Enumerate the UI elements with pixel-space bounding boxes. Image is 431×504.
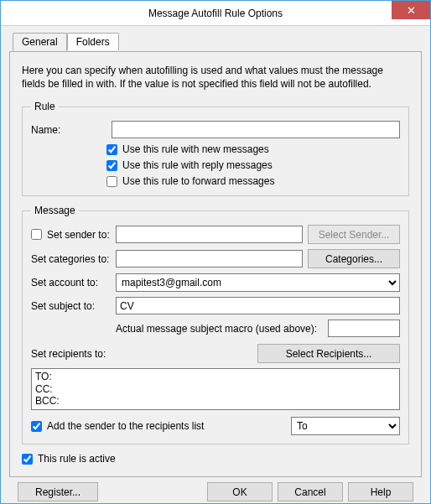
- use-reply-messages-checkbox[interactable]: [106, 160, 117, 171]
- tab-page-general: Here you can specify when autofilling is…: [9, 51, 422, 477]
- tab-strip: GeneralFolders: [13, 33, 422, 51]
- name-input[interactable]: [112, 121, 400, 138]
- set-sender-label: Set sender to:: [47, 229, 110, 241]
- client-area: GeneralFolders Here you can specify when…: [1, 26, 430, 504]
- add-sender-checkbox[interactable]: [31, 421, 42, 432]
- tab-general[interactable]: General: [13, 33, 67, 51]
- set-subject-input[interactable]: [116, 297, 400, 314]
- tab-folders[interactable]: Folders: [67, 33, 119, 50]
- cancel-button[interactable]: Cancel: [278, 482, 343, 501]
- rule-group: Rule Name: Use this rule with new messag…: [22, 101, 409, 196]
- set-account-select[interactable]: mapitest3@gmail.com: [116, 273, 400, 292]
- use-new-messages-checkbox[interactable]: [106, 144, 117, 155]
- message-legend: Message: [31, 205, 79, 216]
- message-group: Message Set sender to: Select Sender... …: [22, 205, 409, 444]
- add-sender-label: Add the sender to the recipients list: [47, 420, 204, 432]
- titlebar: Message Autofill Rule Options ✕: [1, 1, 430, 26]
- categories-button[interactable]: Categories...: [308, 249, 400, 268]
- use-forward-messages-label: Use this rule to forward messages: [122, 175, 274, 187]
- set-recipients-label: Set recipients to:: [31, 348, 252, 360]
- set-categories-input[interactable]: [116, 250, 303, 268]
- dialog-window: Message Autofill Rule Options ✕ GeneralF…: [0, 0, 431, 504]
- set-sender-checkbox[interactable]: [31, 229, 42, 240]
- ok-button[interactable]: OK: [207, 482, 273, 501]
- use-new-messages-label: Use this rule with new messages: [122, 143, 269, 155]
- add-sender-mode-select[interactable]: To: [291, 417, 400, 435]
- register-button[interactable]: Register...: [18, 482, 98, 501]
- rule-active-checkbox[interactable]: [22, 454, 33, 465]
- macro-label: Actual message subject macro (used above…: [116, 323, 323, 335]
- close-icon[interactable]: ✕: [392, 1, 430, 19]
- select-sender-button[interactable]: Select Sender...: [308, 225, 400, 244]
- help-button[interactable]: Help: [348, 482, 413, 501]
- bottom-button-bar: Register... OK Cancel Help: [9, 477, 422, 501]
- macro-input[interactable]: [328, 320, 400, 337]
- set-subject-label: Set subject to:: [31, 300, 111, 312]
- rule-legend: Rule: [31, 101, 59, 112]
- intro-text: Here you can specify when autofilling is…: [22, 64, 409, 91]
- button-spacer: [103, 482, 202, 501]
- rule-active-label: This rule is active: [38, 453, 116, 465]
- set-categories-label: Set categories to:: [31, 253, 111, 265]
- select-recipients-button[interactable]: Select Recipients...: [257, 344, 400, 363]
- recipients-box[interactable]: TO: CC: BCC:: [31, 368, 400, 410]
- use-reply-messages-label: Use this rule with reply messages: [122, 159, 273, 171]
- set-account-label: Set account to:: [31, 277, 111, 288]
- name-label: Name:: [31, 124, 106, 136]
- set-sender-input[interactable]: [116, 226, 303, 243]
- window-title: Message Autofill Rule Options: [148, 8, 283, 19]
- use-forward-messages-checkbox[interactable]: [106, 176, 117, 187]
